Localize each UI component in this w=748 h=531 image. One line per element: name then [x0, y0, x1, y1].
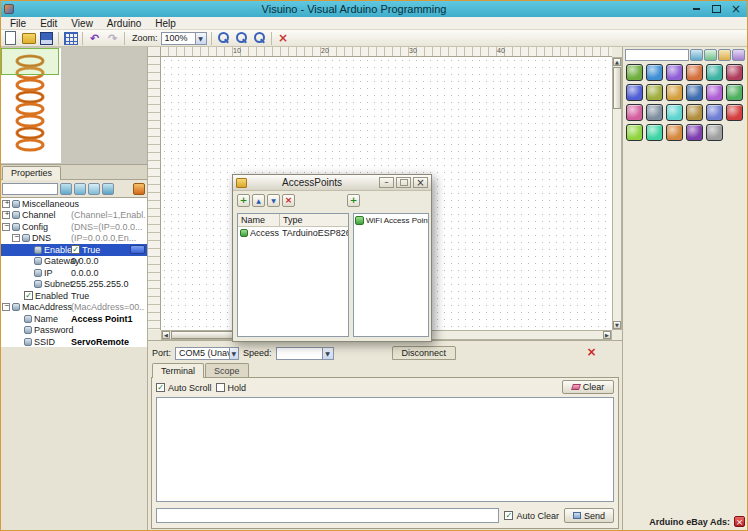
settings-icon[interactable] [133, 183, 145, 195]
expander-icon[interactable] [2, 211, 10, 219]
scroll-right-icon[interactable] [603, 331, 611, 339]
sort-alpha-icon[interactable] [74, 183, 86, 195]
move-up-icon[interactable] [252, 194, 265, 207]
property-row-ip[interactable]: IP 0.0.0.0 [0, 267, 147, 279]
close-ads-icon[interactable] [734, 516, 745, 527]
open-project-icon[interactable] [21, 31, 36, 45]
component-icon[interactable] [686, 84, 703, 101]
disconnect-tab[interactable]: Disconnect [392, 346, 457, 360]
zoom-in-icon[interactable] [216, 31, 231, 45]
hold-checkbox[interactable] [216, 383, 225, 392]
new-project-icon[interactable] [3, 31, 18, 45]
expander-icon[interactable] [2, 223, 10, 231]
property-row-ssid[interactable]: SSID ServoRemote [0, 336, 147, 347]
chevron-down-icon[interactable] [229, 348, 238, 359]
overview-viewport-rect[interactable] [1, 48, 59, 75]
vertical-scroll-thumb[interactable] [613, 67, 621, 109]
menu-arduino[interactable]: Arduino [100, 17, 148, 30]
component-icon[interactable] [686, 64, 703, 81]
close-button[interactable] [730, 4, 742, 14]
tab-terminal[interactable]: Terminal [152, 363, 204, 378]
chevron-down-icon[interactable] [195, 33, 206, 44]
send-input[interactable] [156, 508, 499, 523]
value-dropdown-button[interactable] [130, 245, 145, 254]
component-icon[interactable] [706, 124, 723, 141]
component-icon[interactable] [646, 64, 663, 81]
expander-icon[interactable] [2, 303, 10, 311]
scroll-left-icon[interactable] [162, 331, 170, 339]
zoom-out-icon[interactable] [234, 31, 249, 45]
expander-icon[interactable] [12, 234, 20, 242]
property-row-name[interactable]: Name Access Point1 [0, 313, 147, 325]
component-icon[interactable] [626, 64, 643, 81]
minimize-button[interactable] [690, 4, 702, 14]
speed-combo[interactable] [276, 347, 334, 360]
pin-filter-icon[interactable] [690, 49, 703, 61]
column-name[interactable]: Name [238, 214, 280, 226]
component-icon[interactable] [646, 124, 663, 141]
filter-icon[interactable] [60, 183, 72, 195]
dialog-title-bar[interactable]: AccessPoints [233, 175, 431, 191]
toolbox-options-icon[interactable] [732, 49, 745, 61]
component-icon[interactable] [706, 104, 723, 121]
add-type-icon[interactable] [347, 194, 360, 207]
delete-icon[interactable] [276, 31, 291, 45]
menu-edit[interactable]: Edit [33, 17, 64, 30]
port-combo[interactable]: COM5 (Unav... [175, 347, 239, 360]
component-icon[interactable] [626, 84, 643, 101]
property-row-gateway[interactable]: Gateway 0.0.0.0 [0, 256, 147, 268]
zoom-combo[interactable]: 100% [161, 32, 207, 45]
tree-item-wifi-access-point[interactable]: WiFi Access Point [354, 214, 428, 227]
toggle-grid-icon[interactable] [63, 31, 78, 45]
add-item-icon[interactable] [237, 194, 250, 207]
move-down-icon[interactable] [267, 194, 280, 207]
zoom-fit-icon[interactable] [252, 31, 267, 45]
component-icon[interactable] [626, 104, 643, 121]
maximize-button[interactable] [710, 4, 722, 14]
property-row-enabled-selected[interactable]: Enabled True [0, 244, 147, 256]
menu-help[interactable]: Help [148, 17, 183, 30]
property-row-macaddress[interactable]: MacAddress (MacAddress=00... [0, 302, 147, 314]
enabled-checkbox[interactable] [71, 245, 80, 254]
component-icon[interactable] [706, 84, 723, 101]
tab-properties[interactable]: Properties [2, 166, 61, 180]
component-icon[interactable] [686, 104, 703, 121]
component-icon[interactable] [646, 84, 663, 101]
expander-icon[interactable] [2, 200, 10, 208]
property-row-subnet[interactable]: Subnet 255.255.255.0 [0, 279, 147, 291]
scroll-down-icon[interactable] [613, 321, 621, 329]
property-row-config[interactable]: Config (DNS=(IP=0.0.0... [0, 221, 147, 233]
send-button[interactable]: Send [564, 508, 614, 523]
vertical-scrollbar[interactable] [612, 57, 622, 330]
auto-clear-checkbox[interactable] [504, 511, 513, 520]
component-icon[interactable] [666, 84, 683, 101]
component-icon[interactable] [726, 104, 743, 121]
property-row-miscellaneous[interactable]: Miscellaneous [0, 198, 147, 210]
component-icon[interactable] [666, 64, 683, 81]
expand-all-icon[interactable] [102, 183, 114, 195]
component-icon[interactable] [686, 124, 703, 141]
property-row-enabled[interactable]: Enabled True [0, 290, 147, 302]
clear-button[interactable]: Clear [562, 380, 614, 394]
dialog-close-button[interactable] [413, 177, 428, 188]
horizontal-scroll-thumb[interactable] [171, 331, 235, 339]
undo-icon[interactable] [87, 31, 102, 45]
scroll-up-icon[interactable] [613, 58, 621, 66]
auto-scroll-checkbox[interactable] [156, 383, 165, 392]
property-row-password[interactable]: Password [0, 325, 147, 337]
component-icon[interactable] [726, 64, 743, 81]
category-filter-icon[interactable] [704, 49, 717, 61]
redo-icon[interactable] [105, 31, 120, 45]
list-row[interactable]: Access ... TArduinoESP8266WiF... [238, 227, 348, 239]
component-icon[interactable] [666, 104, 683, 121]
save-project-icon[interactable] [39, 31, 54, 45]
dialog-minimize-button[interactable] [379, 177, 394, 188]
column-type[interactable]: Type [280, 214, 348, 226]
component-icon[interactable] [626, 124, 643, 141]
design-overview[interactable] [0, 47, 147, 165]
component-icon[interactable] [666, 124, 683, 141]
close-panel-icon[interactable] [585, 345, 598, 358]
tab-scope[interactable]: Scope [205, 363, 249, 378]
category-view-icon[interactable] [88, 183, 100, 195]
enabled-checkbox[interactable] [24, 291, 33, 300]
